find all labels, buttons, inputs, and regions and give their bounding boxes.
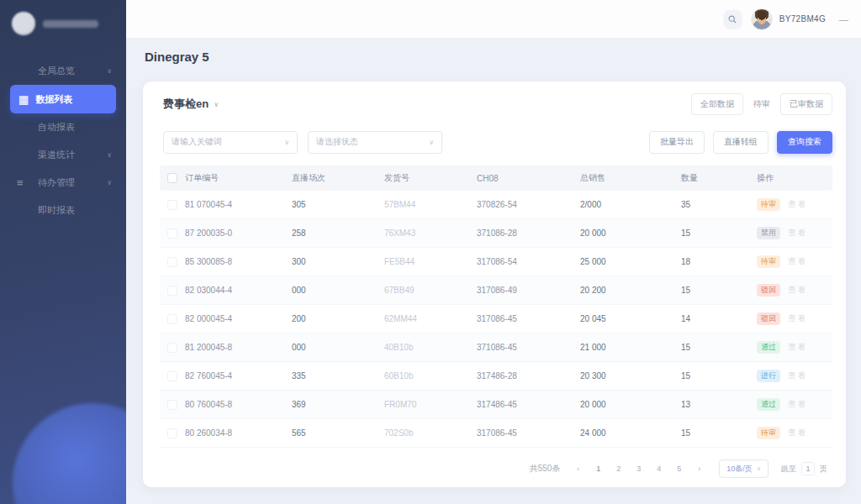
cell-amount: 24 000 bbox=[580, 428, 681, 438]
cell-serial: 370826-54 bbox=[477, 200, 580, 209]
table-row-2: 87 200035-025876XM43371086-2820 00015禁用查… bbox=[160, 219, 832, 248]
chevron-down-icon: ∨ bbox=[107, 67, 112, 75]
cell-num: 14 bbox=[681, 314, 757, 323]
row-checkbox[interactable] bbox=[167, 286, 177, 296]
cell-order-id: 80 260034-8 bbox=[185, 428, 292, 438]
chevron-down-icon: ∨ bbox=[429, 139, 434, 146]
sidebar-item-label: 即时报表 bbox=[38, 204, 75, 217]
page-button-4[interactable]: 4 bbox=[652, 462, 666, 476]
view-action-link[interactable]: 查看 bbox=[788, 228, 807, 239]
table-header-row: 订单编号直播场次发货号CH08总销售数量操作 bbox=[160, 165, 832, 191]
sidebar-item-label: 自动报表 bbox=[38, 121, 75, 134]
sidebar-item-3[interactable]: 自动报表 bbox=[0, 113, 126, 141]
row-checkbox[interactable] bbox=[167, 428, 177, 438]
transfer-button[interactable]: 直播转组 bbox=[713, 131, 769, 154]
column-header-3[interactable]: 发货号 bbox=[384, 172, 477, 184]
view-action-link[interactable]: 查看 bbox=[788, 256, 807, 267]
chevron-down-icon: ∨ bbox=[214, 101, 219, 108]
search-submit-button[interactable]: 查询搜索 bbox=[777, 131, 832, 154]
table-row-7: 82 760045-433560B10b317486-2820 30015进行查… bbox=[160, 362, 832, 391]
chevron-down-icon: ∨ bbox=[107, 179, 112, 186]
status-badge: 驳回 bbox=[757, 312, 780, 325]
status-badge: 待审 bbox=[757, 198, 780, 211]
sidebar-item-5[interactable]: ≡待办管理∨ bbox=[0, 169, 126, 197]
row-checkbox[interactable] bbox=[167, 228, 177, 239]
row-checkbox-cell bbox=[160, 428, 185, 438]
cell-count: 200 bbox=[292, 314, 384, 323]
view-action-link[interactable]: 查看 bbox=[788, 370, 807, 381]
column-header-6[interactable]: 数量 bbox=[681, 172, 757, 184]
view-action-link[interactable]: 查看 bbox=[788, 342, 807, 353]
row-checkbox[interactable] bbox=[167, 371, 177, 381]
cell-code: 76XM43 bbox=[384, 228, 477, 238]
card-title-label: 费事检en bbox=[163, 97, 209, 112]
cell-code: 40B10b bbox=[384, 343, 477, 352]
cell-num: 15 bbox=[681, 371, 757, 381]
page-button-3[interactable]: 3 bbox=[631, 462, 646, 476]
row-checkbox[interactable] bbox=[167, 343, 177, 353]
cell-count: 369 bbox=[292, 400, 384, 409]
cell-amount: 20 000 bbox=[580, 400, 681, 409]
page-button-1[interactable]: 1 bbox=[591, 462, 605, 476]
export-button[interactable]: 批量导出 bbox=[649, 131, 705, 154]
cell-num: 18 bbox=[681, 257, 757, 266]
view-action-link[interactable]: 查看 bbox=[788, 313, 807, 324]
column-header-7[interactable]: 操作 bbox=[757, 172, 832, 184]
cell-count: 000 bbox=[292, 286, 384, 295]
cell-count: 300 bbox=[292, 257, 384, 266]
card-header: 费事检en ∨ 全部数据待审已审数据 bbox=[163, 92, 832, 116]
page-button-2[interactable]: 2 bbox=[611, 462, 626, 476]
search-button[interactable] bbox=[724, 10, 742, 28]
row-checkbox[interactable] bbox=[167, 314, 177, 324]
pagination-total: 共550条 bbox=[530, 463, 561, 475]
row-checkbox-cell bbox=[160, 286, 185, 296]
logo-text-blur bbox=[43, 20, 98, 28]
segment-1[interactable]: 全部数据 bbox=[691, 93, 743, 115]
sidebar-item-2[interactable]: ▦数据列表 bbox=[10, 85, 116, 113]
table-row-9: 80 260034-8565702S0b317086-4524 00015待审查… bbox=[160, 419, 832, 448]
column-header-5[interactable]: 总销售 bbox=[580, 172, 681, 184]
keyword-select[interactable]: 请输入关键词 ∨ bbox=[163, 131, 298, 154]
cell-order-id: 82 760045-4 bbox=[185, 371, 292, 381]
cell-order-id: 85 300085-8 bbox=[185, 257, 292, 266]
sidebar-item-6[interactable]: 即时报表 bbox=[0, 197, 126, 224]
jump-input[interactable]: 1 bbox=[801, 462, 815, 475]
logo-icon bbox=[12, 12, 35, 35]
sidebar-item-label: 渠道统计 bbox=[38, 149, 75, 161]
cell-order-id: 81 200045-8 bbox=[185, 343, 292, 352]
select-all-checkbox[interactable] bbox=[167, 173, 177, 183]
row-checkbox[interactable] bbox=[167, 257, 177, 267]
chevron-down-icon: ∨ bbox=[107, 151, 112, 159]
status-select[interactable]: 请选择状态 ∨ bbox=[308, 131, 442, 154]
card-title[interactable]: 费事检en ∨ bbox=[163, 97, 219, 112]
page-button-5[interactable]: 5 bbox=[672, 462, 686, 476]
cell-num: 15 bbox=[681, 228, 757, 238]
chevron-down-icon: ∨ bbox=[284, 139, 289, 146]
segment-2[interactable]: 待审 bbox=[752, 94, 772, 114]
column-header-2[interactable]: 直播场次 bbox=[292, 172, 384, 184]
row-checkbox-cell bbox=[160, 371, 185, 381]
segmented-control: 全部数据待审已审数据 bbox=[691, 93, 832, 115]
view-action-link[interactable]: 查看 bbox=[788, 428, 807, 438]
row-checkbox[interactable] bbox=[167, 400, 177, 410]
cell-operations: 进行查看 bbox=[757, 370, 832, 382]
view-action-link[interactable]: 查看 bbox=[788, 199, 807, 210]
collapse-dash-icon[interactable]: — bbox=[839, 14, 848, 24]
view-action-link[interactable]: 查看 bbox=[788, 399, 807, 410]
page-size-select[interactable]: 10条/页 ∨ bbox=[719, 459, 769, 478]
segment-3[interactable]: 已审数据 bbox=[780, 93, 832, 115]
row-checkbox[interactable] bbox=[167, 200, 177, 210]
view-action-link[interactable]: 查看 bbox=[788, 285, 807, 296]
pagination-prev-icon[interactable]: ‹ bbox=[571, 462, 585, 476]
username: BY72BM4G bbox=[779, 14, 826, 24]
sidebar-item-1[interactable]: 全局总览∨ bbox=[0, 57, 126, 85]
sidebar-item-4[interactable]: 渠道统计∨ bbox=[0, 141, 126, 169]
column-header-4[interactable]: CH08 bbox=[477, 174, 580, 183]
jump-unit: 页 bbox=[820, 464, 827, 475]
filter-row: 请输入关键词 ∨ 请选择状态 ∨ 批量导出 直播转组 查询搜索 bbox=[163, 130, 832, 154]
user-avatar[interactable] bbox=[751, 8, 773, 30]
column-header-1[interactable]: 订单编号 bbox=[185, 172, 292, 184]
content-card: 费事检en ∨ 全部数据待审已审数据 请输入关键词 ∨ 请选择状态 ∨ 批量导出… bbox=[143, 81, 846, 487]
cell-serial: 317086-45 bbox=[477, 428, 580, 438]
pagination-next-icon[interactable]: › bbox=[692, 462, 706, 476]
